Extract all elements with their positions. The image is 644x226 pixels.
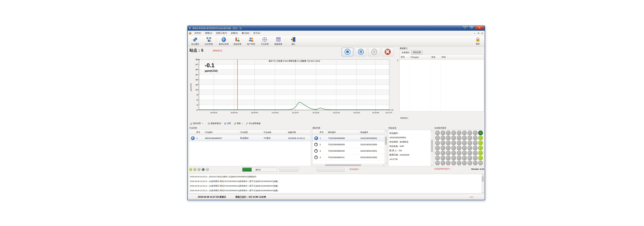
vial-F1[interactable]: F1 — [451, 131, 456, 135]
table-row[interactable]: 2TS201804080099SA201803310000 — [312, 141, 387, 148]
column-header[interactable] — [189, 130, 195, 135]
vial-B5[interactable]: B5 — [473, 151, 478, 155]
vial-I5[interactable]: I5 — [435, 151, 440, 155]
vial-C4[interactable]: C4 — [468, 146, 472, 150]
vial-B6[interactable]: B6 — [473, 156, 478, 160]
scroll-up-icon[interactable] — [482, 174, 483, 175]
scroll-right-icon[interactable] — [383, 165, 384, 166]
chart-toolbar-item[interactable]: 设置 — [223, 122, 232, 125]
vial-F5[interactable]: F5 — [451, 151, 456, 155]
vial-E5[interactable]: E5 — [457, 151, 462, 155]
close-button[interactable] — [475, 26, 484, 29]
log-scrollbar[interactable] — [482, 174, 484, 193]
vial-A1[interactable]: A1 — [478, 131, 483, 135]
vial-A4[interactable]: A4 — [478, 146, 483, 150]
menu-item[interactable]: 文件(F) — [192, 31, 203, 36]
toolbar-button[interactable]: 数据查看 — [272, 36, 285, 46]
vial-B3[interactable]: B3 — [473, 141, 478, 145]
vial-I2[interactable]: I2 — [435, 136, 440, 140]
vial-G2[interactable]: G2 — [446, 136, 450, 140]
column-header[interactable]: 方法编号 — [204, 130, 239, 135]
collapse-panel-button[interactable] — [396, 59, 399, 63]
vial-C2[interactable]: C2 — [468, 136, 472, 140]
table-row[interactable]: 3TS201804080100SA201803310001 — [312, 148, 387, 154]
column-header[interactable] — [312, 130, 318, 135]
scroll-up-icon[interactable] — [385, 130, 386, 131]
table-row[interactable]: 4TS201804080101SA201803310002 — [312, 154, 387, 161]
minimize-button[interactable] — [462, 26, 468, 29]
pause-run-button[interactable] — [355, 48, 367, 56]
vial-D1[interactable]: D1 — [462, 131, 467, 135]
lock-button[interactable]: 锁定 — [472, 36, 483, 46]
menu-item[interactable]: 窗口(W) — [240, 31, 251, 36]
table-row[interactable]: 1ME201804080037样品测试TC测试2018/4/8 14:25:12 — [189, 135, 311, 141]
toolbar-button[interactable]: i取样点管理 — [217, 36, 230, 46]
vial-D7[interactable]: D7 — [462, 161, 467, 165]
vial-E6[interactable]: E6 — [457, 156, 462, 160]
vial-G1[interactable]: G1 — [446, 131, 450, 135]
vial-B2[interactable]: B2 — [473, 136, 478, 140]
vial-I4[interactable]: I4 — [435, 146, 440, 150]
vial-B1[interactable]: B1 — [473, 131, 478, 135]
vial-A5[interactable]: A5 — [478, 151, 483, 155]
vial-E2[interactable]: E2 — [457, 136, 462, 140]
vial-H2[interactable]: H2 — [440, 136, 445, 140]
title-bar[interactable]: 泰林总有机碳分析系统软件[xtybyh]特别版 - [站点：5] — [188, 26, 485, 31]
play-run-button[interactable] — [368, 48, 380, 56]
column-header[interactable]: 样品编号 — [359, 130, 387, 135]
toolbar-button[interactable]: 停止通讯 — [188, 36, 202, 46]
vial-A3[interactable]: A3 — [478, 141, 483, 145]
column-header[interactable]: 序号 — [400, 55, 410, 60]
vial-E1[interactable]: E1 — [457, 131, 462, 135]
vial-A6[interactable]: A6 — [478, 156, 483, 160]
chart-toolbar-item[interactable]: 刷新▼ — [233, 122, 244, 125]
scroll-down-icon[interactable] — [482, 192, 483, 193]
vial-C3[interactable]: C3 — [468, 141, 472, 145]
column-header[interactable]: 时间 — [440, 55, 484, 60]
menu-item[interactable]: 查看(V) — [203, 31, 214, 36]
menu-item[interactable]: 设置(S) — [229, 31, 240, 36]
vial-F3[interactable]: F3 — [451, 141, 456, 145]
toolbar-button[interactable]: 样品管理 — [230, 36, 244, 46]
vial-G3[interactable]: G3 — [446, 141, 450, 145]
vial-H5[interactable]: H5 — [440, 151, 445, 155]
table-row[interactable]: 1TS201804080098SA201803280001 — [312, 135, 387, 141]
scroll-up-icon[interactable] — [431, 130, 432, 131]
tab-当前测试[interactable]: 当前测试 — [400, 50, 411, 55]
vial-A7[interactable]: A7 — [478, 161, 483, 165]
menu-item[interactable]: 关于(A) — [251, 31, 262, 36]
column-header[interactable]: 序号 — [195, 130, 204, 135]
chart-toolbar-item[interactable]: 线性设置▼ — [189, 122, 204, 125]
vial-E3[interactable]: E3 — [457, 141, 462, 145]
vial-C7[interactable]: C7 — [468, 161, 472, 165]
vial-I3[interactable]: I3 — [435, 141, 440, 145]
vial-C6[interactable]: C6 — [468, 156, 472, 160]
vial-G5[interactable]: G5 — [446, 151, 450, 155]
vial-I6[interactable]: I6 — [435, 156, 440, 160]
signal-chart[interactable]: 03691215182124273000:00:0000:00:0000:00:… — [192, 58, 393, 117]
toolbar-button[interactable]: 方法管理 — [258, 36, 272, 46]
vial-B7[interactable]: B7 — [473, 161, 478, 165]
vial-D2[interactable]: D2 — [462, 136, 467, 140]
vial-C5[interactable]: C5 — [468, 151, 472, 155]
sample-info-scrollbar[interactable] — [430, 130, 433, 166]
toolbar-button[interactable]: 客户管理 — [244, 36, 258, 46]
column-header[interactable]: TC(mg/L) — [410, 55, 430, 60]
vial-H1[interactable]: H1 — [440, 131, 445, 135]
chart-toolbar-item[interactable]: 停止获取数据 — [245, 122, 262, 125]
tab-历史记录[interactable]: 历史记录 — [411, 50, 423, 55]
vial-E4[interactable]: E4 — [457, 146, 462, 150]
vial-F4[interactable]: F4 — [451, 146, 456, 150]
vial-E7[interactable]: E7 — [457, 161, 462, 165]
vial-G6[interactable]: G6 — [446, 156, 450, 160]
mdi-close-button[interactable] — [481, 32, 483, 34]
vial-G7[interactable]: G7 — [446, 161, 450, 165]
menu-item[interactable]: 实用工具(T) — [214, 31, 229, 36]
vial-C1[interactable]: C1 — [468, 131, 472, 135]
test-list-horizontal-scrollbar[interactable] — [312, 164, 384, 166]
mdi-minimize-button[interactable] — [474, 32, 476, 34]
scroll-down-icon[interactable] — [385, 162, 386, 164]
mdi-restore-button[interactable] — [478, 32, 480, 34]
column-header[interactable]: 方法类型 — [239, 130, 262, 135]
vial-D3[interactable]: D3 — [462, 141, 467, 145]
